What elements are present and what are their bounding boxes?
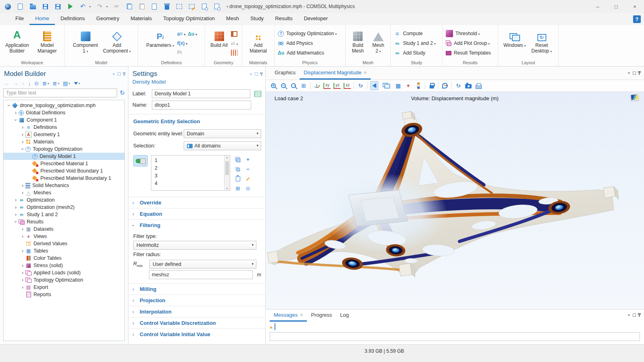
tree-item[interactable]: Reports [4, 291, 124, 298]
undo-icon[interactable]: ↶ [79, 3, 86, 10]
tree-item[interactable]: Global Definitions [4, 109, 124, 116]
component-button[interactable]: Component 1 [71, 27, 100, 59]
menu-tab-materials[interactable]: Materials [125, 13, 157, 25]
tab-progress[interactable]: Progress [307, 309, 336, 322]
tree-item[interactable]: △Meshes [4, 189, 124, 196]
tree-item[interactable]: ∞Optimization (mesh2) [4, 204, 124, 211]
search-doc-icon[interactable] [213, 3, 220, 10]
tree-item[interactable]: drone_topology_optimization.mph [4, 102, 124, 109]
panel-pin-icon[interactable] [639, 71, 640, 75]
paste-icon[interactable] [138, 3, 145, 10]
active-toggle-button[interactable] [133, 155, 148, 166]
tree-item[interactable]: ∞Optimization [4, 196, 124, 204]
rename-icon[interactable] [254, 91, 261, 97]
tree-item[interactable]: Geometry 1 [4, 131, 124, 138]
section-equation[interactable]: Equation [128, 208, 265, 219]
tree-item[interactable]: +Views [4, 233, 124, 240]
menu-tab-home[interactable]: Home [29, 13, 55, 25]
functions-button[interactable]: f(x) [177, 40, 188, 46]
zoom-box-icon[interactable]: ▾ [290, 81, 297, 90]
add-plot-group-button[interactable]: Add Plot Group [446, 40, 490, 47]
parameter-case-button[interactable]: Pi [177, 50, 182, 55]
zoom-to-selection-icon[interactable]: ⊞ [233, 184, 242, 193]
cut-icon[interactable]: ✂ [113, 3, 120, 10]
export-table-icon[interactable] [275, 324, 275, 330]
tree-item[interactable]: 8.85 e-12Derived Values [4, 240, 124, 247]
menu-tab-geometry[interactable]: Geometry [90, 13, 125, 25]
rotate-view-icon[interactable]: ↻▾ [357, 81, 364, 90]
selection-scrollbar[interactable]: ▲▼ [224, 156, 230, 190]
add-to-selection-icon[interactable]: + [243, 155, 252, 164]
panel-menu-icon[interactable]: ▾ [250, 72, 252, 76]
copy-icon[interactable] [126, 3, 133, 10]
parameters-button[interactable]: Pi Parameters [146, 27, 175, 59]
add-physics-button[interactable]: Add Physics [278, 40, 313, 47]
section-milling[interactable]: Milling [128, 283, 265, 295]
import-geometry-icon[interactable] [231, 31, 237, 37]
application-builder-button[interactable]: A Application Builder [3, 27, 31, 59]
paste-selection-icon[interactable] [233, 165, 242, 173]
screenshot-icon[interactable] [465, 81, 472, 90]
partition-icon[interactable] [231, 50, 237, 56]
tab-graphics[interactable]: Graphics [271, 67, 300, 80]
build-all-geometry-button[interactable]: Build All [210, 27, 229, 59]
tree-item[interactable]: ▤Export [4, 284, 124, 291]
tree-item[interactable]: Applied Loads (solid) [4, 269, 124, 276]
mesh-selector-button[interactable]: Mesh 2 [369, 27, 388, 59]
show-axis-icon[interactable]: + [405, 81, 412, 90]
sync-geometry-icon[interactable]: ⇄ [231, 40, 237, 46]
add-mathematics-button[interactable]: ΔuAdd Mathematics [278, 49, 324, 57]
menu-tab-study[interactable]: Study [245, 13, 269, 25]
view-xz-button[interactable]: xz [344, 81, 351, 90]
tab-displacement-magnitude[interactable]: Displacement Magnitude× [300, 67, 371, 80]
entity-level-dropdown[interactable]: Domain [184, 129, 261, 138]
menu-tab-mesh[interactable]: Mesh [220, 13, 245, 25]
tree-item[interactable]: ▦Datasets [4, 225, 124, 233]
panel-menu-icon[interactable]: ▾ [113, 72, 115, 76]
model-tree-filter-icon[interactable]: ▾ [74, 82, 80, 85]
label-input[interactable] [152, 89, 250, 98]
back-icon[interactable]: ← [4, 80, 9, 86]
tree-item[interactable]: Prescribed Void Boundary 1 [4, 167, 124, 175]
menu-tab-definitions[interactable]: Definitions [55, 13, 91, 25]
result-templates-button[interactable]: Result Templates [446, 49, 491, 57]
find-icon[interactable] [201, 3, 208, 10]
model-manager-button[interactable]: Model Manager [34, 27, 61, 59]
remove-from-selection-icon[interactable]: − [243, 165, 252, 173]
clipboard-icon[interactable] [233, 175, 242, 183]
close-tab-icon[interactable]: × [364, 70, 367, 76]
zoom-extents-icon[interactable]: ⊞ [300, 81, 307, 90]
redo-icon[interactable]: ↷ [96, 3, 103, 10]
section-control-variable-discretization[interactable]: Control Variable Discretization [128, 317, 265, 328]
refresh-icon[interactable]: ↻ [120, 89, 125, 97]
tree-item[interactable]: Prescribed Material 1 [4, 160, 124, 167]
panel-float-icon[interactable] [633, 72, 636, 75]
undo-caret-icon[interactable]: ▾ [89, 5, 91, 8]
print-icon[interactable] [475, 81, 482, 90]
tree-item[interactable]: Topology Optimization [4, 145, 124, 153]
compute-button[interactable]: =Compute [394, 30, 423, 38]
nonlocal-couplings-button[interactable]: Δu [188, 31, 197, 37]
windows-button[interactable]: Windows [503, 27, 527, 59]
section-control-variable-initial-value[interactable]: Control Variable Initial Value [128, 328, 265, 340]
clear-selection-icon[interactable] [188, 3, 195, 10]
run-icon[interactable] [67, 3, 74, 10]
tree-item[interactable]: Component 1 [4, 116, 124, 124]
selection-list-item[interactable]: 1 [151, 156, 224, 164]
color-palette-icon[interactable]: ▾ [441, 81, 449, 90]
tree-item[interactable]: ▦Tables [4, 247, 124, 255]
tree-item[interactable]: Solid Mechanics [4, 182, 124, 189]
save-as-icon[interactable] [54, 3, 61, 10]
selection-list-item[interactable]: 3 [151, 172, 224, 179]
threshold-button[interactable]: Threshold [446, 30, 480, 38]
show-icon[interactable]: ⊙ [34, 80, 39, 86]
tree-item-selected[interactable]: Density Model 1 [4, 153, 124, 160]
close-tab-icon[interactable]: × [300, 312, 303, 318]
view-yz-button[interactable]: yz [334, 81, 341, 90]
select-box-icon[interactable] [176, 3, 183, 10]
domain-selection-list[interactable]: 1 2 3 4 ▲▼ [151, 155, 230, 191]
zoom-in-icon[interactable]: + [270, 81, 277, 90]
redo-caret-icon[interactable]: ▾ [106, 5, 108, 8]
panel-pin-icon[interactable] [124, 72, 125, 76]
forward-icon[interactable]: → [13, 80, 18, 86]
